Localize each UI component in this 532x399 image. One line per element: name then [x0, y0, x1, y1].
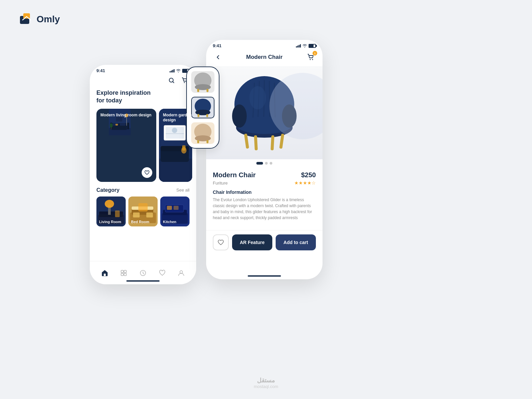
beige-chair-image: [191, 122, 214, 144]
cart-badge-2: 1: [313, 51, 317, 56]
product-image-area: [206, 66, 323, 159]
favorite-button-insp[interactable]: [142, 167, 152, 178]
logo-text: Omly: [37, 14, 60, 25]
info-title: Chair Information: [213, 190, 316, 195]
insp-label-living: Modern living room design: [100, 113, 151, 118]
status-icons-2: [296, 44, 316, 48]
insp-card-garden[interactable]: Modern garden design: [159, 109, 192, 182]
dot-2[interactable]: [265, 162, 268, 165]
cat-living-room[interactable]: Living Room: [96, 197, 126, 226]
svg-rect-35: [115, 210, 120, 217]
svg-rect-53: [124, 273, 126, 276]
cat-label-living: Living Room: [99, 220, 121, 224]
svg-point-3: [184, 82, 185, 83]
watermark-latin: mostaql.com: [254, 384, 278, 389]
color-variants-panel: [186, 66, 219, 149]
svg-rect-17: [115, 124, 118, 125]
variant-navy[interactable]: [191, 97, 214, 118]
nav-compass[interactable]: [138, 268, 148, 278]
status-time-1: 9:41: [96, 68, 105, 73]
product-name-row: Modern Chair $250: [213, 171, 316, 179]
nav-favorites[interactable]: [157, 268, 168, 278]
svg-rect-80: [206, 114, 208, 117]
signal-icon: [170, 69, 175, 72]
category-title: Category: [96, 187, 119, 193]
product-meta: Furiture ★★★★☆: [213, 180, 316, 186]
svg-rect-69: [254, 135, 258, 150]
svg-point-72: [249, 86, 266, 109]
variant-gray[interactable]: [191, 71, 214, 93]
svg-rect-51: [124, 270, 126, 273]
svg-point-26: [172, 128, 177, 133]
signal-icon-2: [296, 44, 301, 48]
svg-rect-40: [133, 212, 140, 217]
svg-point-56: [310, 59, 311, 60]
svg-rect-20: [159, 159, 192, 182]
home-indicator-1: [126, 280, 160, 282]
svg-rect-76: [206, 89, 208, 92]
favorite-product-button[interactable]: [213, 234, 229, 250]
cart-button-2[interactable]: 1: [306, 52, 316, 62]
app-logo: Omly: [20, 13, 60, 25]
variant-beige[interactable]: [191, 122, 214, 144]
product-price: $250: [301, 171, 316, 179]
cat-label-bedroom: Bed Room: [131, 220, 149, 224]
svg-rect-75: [197, 89, 199, 92]
explore-title: Explore inspirationfor today: [90, 88, 196, 109]
nav-home[interactable]: [99, 268, 110, 278]
svg-rect-70: [271, 135, 274, 150]
search-button[interactable]: [167, 76, 176, 85]
svg-rect-79: [198, 114, 200, 117]
svg-rect-52: [121, 273, 123, 276]
svg-rect-50: [121, 270, 123, 273]
insp-label-garden: Modern garden design: [163, 113, 192, 123]
svg-rect-84: [206, 140, 208, 143]
svg-rect-48: [174, 206, 179, 210]
status-bar-2: 9:41: [206, 40, 323, 50]
svg-point-57: [312, 59, 313, 60]
product-rating: ★★★★☆: [294, 180, 316, 186]
action-row: AR Feature Add to cart: [206, 230, 323, 254]
svg-point-66: [232, 104, 247, 128]
add-to-cart-button[interactable]: Add to cart: [276, 234, 316, 250]
battery-icon-2: [309, 44, 316, 48]
back-button[interactable]: [213, 52, 223, 62]
svg-point-55: [180, 271, 183, 273]
category-header: Category See all: [90, 187, 196, 197]
dot-1[interactable]: [256, 162, 263, 165]
nav-profile[interactable]: [176, 268, 187, 278]
status-bar-1: 9:41: [90, 65, 196, 74]
home-indicator-2: [248, 275, 281, 277]
svg-rect-28: [182, 145, 186, 151]
wifi-icon: [176, 69, 181, 72]
category-row: Living Room Bed Room Ki: [90, 197, 196, 226]
svg-rect-47: [167, 206, 172, 210]
cat-bedroom[interactable]: Bed Room: [128, 197, 158, 226]
cat-label-kitchen: Kitchen: [163, 220, 176, 224]
svg-rect-49: [104, 274, 106, 276]
insp-card-living[interactable]: Modern living room design: [96, 109, 156, 182]
cat-kitchen[interactable]: Kitchen: [160, 197, 190, 226]
nav-grid[interactable]: [118, 268, 129, 278]
svg-rect-12: [127, 123, 129, 129]
svg-point-16: [110, 123, 113, 127]
watermark: مستقل mostaql.com: [254, 377, 278, 389]
cart-button-label: Add to cart: [284, 240, 308, 245]
svg-rect-41: [146, 212, 153, 217]
p1-header-actions: 1: [90, 74, 196, 88]
ar-feature-button[interactable]: AR Feature: [232, 234, 272, 250]
inspiration-row: Modern living room design: [90, 109, 196, 182]
dot-3[interactable]: [270, 162, 272, 165]
product-name: Modern Chair: [213, 171, 256, 179]
svg-rect-42: [138, 203, 148, 211]
svg-point-74: [195, 84, 211, 90]
image-dots: [206, 159, 323, 167]
ar-button-label: AR Feature: [240, 240, 265, 245]
svg-rect-10: [120, 123, 126, 126]
see-all-button[interactable]: See all: [176, 188, 190, 193]
product-info: Modern Chair $250 Furiture ★★★★☆ Chair I…: [206, 167, 323, 230]
svg-rect-1: [23, 13, 30, 19]
product-page-header: Modern Chair 1: [206, 50, 323, 66]
phone1-home: 9:41: [90, 65, 196, 284]
gray-chair-image: [191, 71, 214, 93]
